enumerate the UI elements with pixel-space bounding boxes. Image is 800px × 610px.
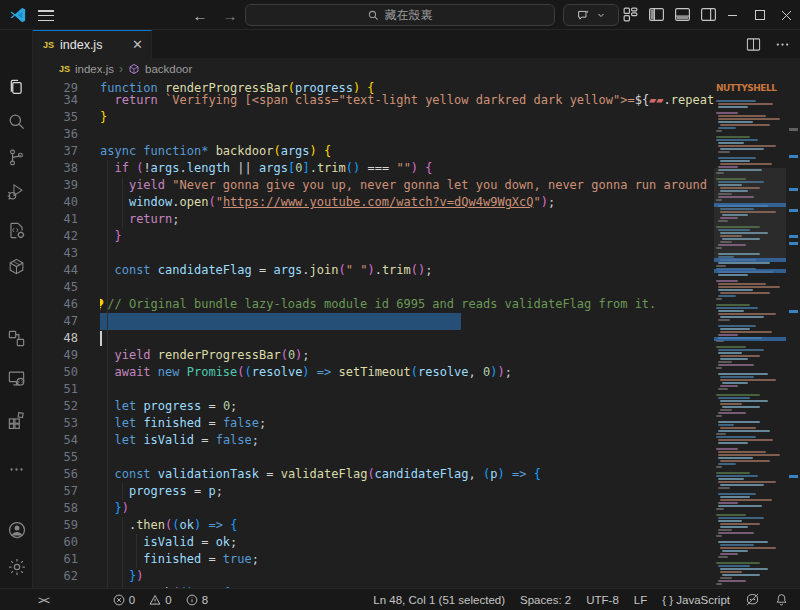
menu-hamburger-icon[interactable] — [38, 7, 54, 23]
package-cube-icon[interactable] — [0, 251, 33, 281]
line-number[interactable]: 46 — [33, 296, 100, 313]
line-number[interactable]: 61 — [33, 551, 100, 568]
line-number[interactable]: 49 — [33, 347, 100, 364]
line-number[interactable]: 43 — [33, 245, 100, 262]
eol-status[interactable]: LF — [634, 594, 647, 606]
line-number[interactable]: 42 — [33, 228, 100, 245]
encoding-status[interactable]: UTF-8 — [586, 594, 619, 606]
tab-indexjs[interactable]: JS index.js ✕ — [33, 30, 152, 58]
code-line[interactable]: 51 — [33, 381, 786, 398]
close-button[interactable] — [773, 0, 800, 30]
toggle-secondary-sidebar-icon[interactable] — [700, 6, 717, 23]
code-line[interactable]: 59 .then((ok) => { — [33, 517, 786, 534]
code-line[interactable]: 35} — [33, 109, 786, 126]
breadcrumb-file[interactable]: index.js — [75, 63, 114, 75]
line-number[interactable]: 52 — [33, 398, 100, 415]
code-line[interactable]: 62 }) — [33, 568, 786, 585]
line-number[interactable]: 63 — [33, 585, 100, 588]
code-line[interactable]: 44 const candidateFlag = args.join(" ").… — [33, 262, 786, 279]
extensions-icon[interactable] — [0, 405, 33, 435]
navigate-forward-button[interactable]: → — [220, 5, 240, 25]
code-line[interactable]: 47··const·{·validateFlag·}·=·await·impor… — [33, 313, 786, 330]
scrollbar-overview-ruler[interactable] — [786, 80, 800, 588]
split-editor-icon[interactable] — [746, 37, 761, 52]
line-number[interactable]: 56 — [33, 466, 100, 483]
code-line[interactable]: 55 — [33, 449, 786, 466]
code-line[interactable]: 60 isValid = ok; — [33, 534, 786, 551]
toggle-panel-icon[interactable] — [674, 6, 691, 23]
code-line[interactable]: 53 let finished = false; — [33, 415, 786, 432]
source-control-icon[interactable] — [0, 142, 33, 172]
language-status[interactable]: { } JavaScript — [662, 594, 730, 606]
account-icon[interactable] — [0, 515, 33, 545]
code-line[interactable]: 49 yield renderProgressBar(0); — [33, 347, 786, 364]
code-line[interactable]: 45 — [33, 279, 786, 296]
code-editor[interactable]: 34 return `Verifying [<span class="text-… — [33, 80, 800, 588]
line-number[interactable]: 53 — [33, 415, 100, 432]
code-line[interactable]: 37async function* backdoor(args) { — [33, 143, 786, 160]
editor-more-actions-icon[interactable] — [775, 37, 790, 52]
line-number[interactable]: 55 — [33, 449, 100, 466]
explorer-icon[interactable] — [0, 72, 33, 102]
minimize-button[interactable] — [719, 0, 746, 30]
line-number[interactable]: 57 — [33, 483, 100, 500]
code-line[interactable]: 46 // Original bundle lazy-loads module … — [33, 296, 786, 313]
more-actions-icon[interactable] — [0, 454, 33, 484]
code-line[interactable]: 56 const validationTask = validateFlag(c… — [33, 466, 786, 483]
indentation-status[interactable]: Spaces: 2 — [520, 594, 571, 606]
minimap-slider[interactable] — [714, 168, 786, 260]
code-runner-icon[interactable] — [0, 215, 33, 245]
code-line[interactable]: 54 let isValid = false; — [33, 432, 786, 449]
line-number[interactable]: 29 — [33, 80, 100, 97]
line-number[interactable]: 54 — [33, 432, 100, 449]
line-number[interactable]: 40 — [33, 194, 100, 211]
code-line[interactable]: 58 }) — [33, 500, 786, 517]
line-number[interactable]: 39 — [33, 177, 100, 194]
copilot-status-icon[interactable] — [745, 592, 760, 607]
tab-close-icon[interactable]: ✕ — [132, 37, 143, 52]
customize-layout-icon[interactable] — [622, 6, 639, 23]
notifications-bell-icon[interactable] — [775, 593, 788, 606]
code-line[interactable]: 43 — [33, 245, 786, 262]
remote-indicator[interactable]: >< — [38, 594, 49, 606]
problems-status[interactable]: 0 0 8 — [113, 594, 208, 606]
code-line[interactable]: 61 finished = true; — [33, 551, 786, 568]
line-number[interactable]: 60 — [33, 534, 100, 551]
copilot-chat-button[interactable] — [563, 4, 619, 26]
line-number[interactable]: 36 — [33, 126, 100, 143]
lightbulb-icon[interactable] — [100, 298, 106, 313]
references-icon[interactable] — [0, 323, 33, 353]
line-number[interactable]: 48 — [33, 330, 100, 347]
code-line[interactable]: 40 window.open("https://www.youtube.com/… — [33, 194, 786, 211]
line-number[interactable]: 58 — [33, 500, 100, 517]
code-line[interactable]: 63 .catch(() => { — [33, 585, 786, 588]
line-number[interactable]: 41 — [33, 211, 100, 228]
toggle-primary-sidebar-icon[interactable] — [648, 6, 665, 23]
cursor-position-status[interactable]: Ln 48, Col 1 (51 selected) — [373, 594, 505, 606]
code-line[interactable]: 48 — [33, 330, 786, 347]
run-debug-icon[interactable] — [0, 177, 33, 207]
line-number[interactable]: 62 — [33, 568, 100, 585]
line-number[interactable]: 51 — [33, 381, 100, 398]
line-number[interactable]: 59 — [33, 517, 100, 534]
breadcrumb-symbol[interactable]: backdoor — [145, 63, 192, 75]
line-number[interactable]: 37 — [33, 143, 100, 160]
minimap[interactable]: NUTTYSHELL — [714, 80, 786, 588]
code-line[interactable]: 57 progress = p; — [33, 483, 786, 500]
settings-gear-icon[interactable] — [0, 552, 33, 582]
sticky-code-line[interactable]: 29function renderProgressBar(progress) { — [33, 80, 786, 97]
code-line[interactable]: 41 return; — [33, 211, 786, 228]
navigate-back-button[interactable]: ← — [190, 5, 210, 25]
line-number[interactable]: 50 — [33, 364, 100, 381]
line-number[interactable]: 44 — [33, 262, 100, 279]
code-line[interactable]: 39 yield "Never gonna give you up, never… — [33, 177, 786, 194]
command-center-search[interactable]: 藏在殼裏 — [245, 4, 555, 26]
line-number[interactable]: 45 — [33, 279, 100, 296]
code-line[interactable]: 50 await new Promise((resolve) => setTim… — [33, 364, 786, 381]
line-number[interactable]: 47 — [33, 313, 100, 330]
code-line[interactable]: 52 let progress = 0; — [33, 398, 786, 415]
code-line[interactable]: 42 } — [33, 228, 786, 245]
line-number[interactable]: 35 — [33, 109, 100, 126]
code-line[interactable]: 36 — [33, 126, 786, 143]
remote-explorer-icon[interactable] — [0, 363, 33, 393]
